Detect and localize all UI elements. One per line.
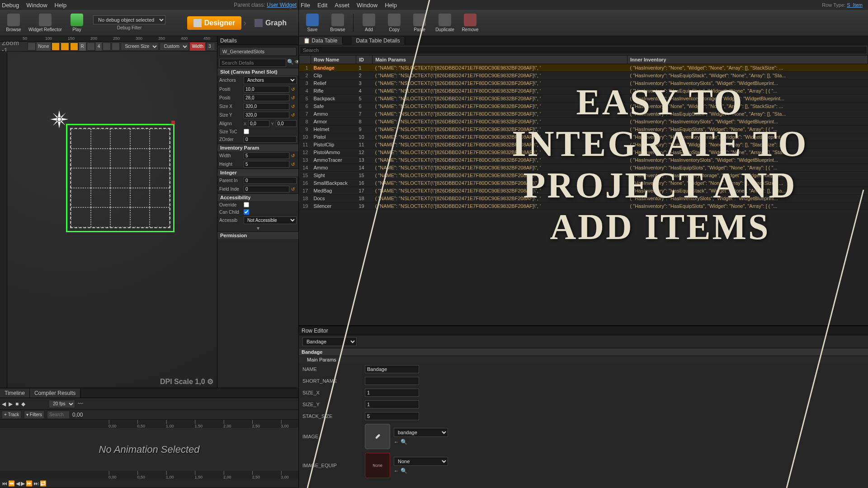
table-row[interactable]: 5Backpack5( "NAME": "NSLOCTEXT(\"[826DBB… — [299, 95, 868, 103]
designer-viewport[interactable]: DPI Scale 1,0 ⚙ — [7, 52, 217, 388]
table-row[interactable]: 19Silencer19( "NAME": "NSLOCTEXT(\"[826D… — [299, 202, 868, 210]
opt-none[interactable]: None — [37, 42, 51, 51]
table-row[interactable]: 17MedBag17( "NAME": "NSLOCTEXT(\"[826DBB… — [299, 187, 868, 195]
opt-btn-4[interactable] — [61, 42, 69, 51]
arrow-icon[interactable]: ← — [394, 468, 399, 474]
table-row[interactable]: 7Ammo7( "NAME": "NSLOCTEXT(\"[826DBBD247… — [299, 110, 868, 118]
fill-select[interactable]: Custom — [160, 42, 189, 51]
row-section-main[interactable]: Main Params — [299, 356, 868, 363]
widget-reflector-button[interactable]: Widget Reflector — [27, 11, 63, 35]
data-table[interactable]: Row Name ID Main Params Inner Inventory … — [299, 55, 868, 325]
menu-edit[interactable]: Edit — [317, 2, 327, 9]
reset-icon[interactable]: ↺ — [291, 187, 297, 192]
screen-size-select[interactable]: Screen Size — [121, 42, 159, 51]
col-row-name[interactable]: Row Name — [311, 56, 356, 64]
table-row[interactable]: 14Ammo14( "NAME": "NSLOCTEXT(\"[826DBBD2… — [299, 164, 868, 172]
details-search[interactable] — [219, 59, 286, 67]
slot-section[interactable]: Slot (Canvas Panel Slot) — [217, 68, 298, 75]
opt-r[interactable]: R — [79, 42, 86, 51]
size-y-input[interactable] — [244, 112, 289, 118]
tab-timeline[interactable]: Timeline — [0, 389, 30, 398]
re-short-input[interactable] — [365, 377, 419, 385]
height-input[interactable] — [244, 161, 289, 168]
menu-help[interactable]: Help — [55, 2, 67, 9]
tl-reverse-icon[interactable]: ◀ — [16, 480, 20, 487]
paste-button[interactable]: Paste — [408, 11, 431, 35]
tab-compiler-results[interactable]: Compiler Results — [30, 389, 80, 398]
tl-key-icon[interactable]: ◆ — [21, 401, 25, 407]
col-id[interactable]: ID — [356, 56, 373, 64]
designer-tab[interactable]: Designer — [187, 16, 241, 30]
tab-data-table-details[interactable]: Data Table Details — [352, 37, 405, 45]
table-row[interactable]: 15Sight15( "NAME": "NSLOCTEXT(\"[826DBBD… — [299, 172, 868, 179]
anchor-handle[interactable] — [171, 121, 175, 124]
tl-play2-icon[interactable]: ▶ — [21, 480, 25, 487]
row-type-link[interactable]: S_Item — [847, 2, 863, 8]
table-row[interactable]: 1Bandage1( "NAME": "NSLOCTEXT(\"[826DBBD… — [299, 64, 868, 72]
play-button[interactable]: Play — [65, 11, 89, 35]
opt-btn-7[interactable] — [103, 42, 111, 51]
curve-icon[interactable]: 〰 — [78, 401, 83, 407]
table-row[interactable]: 10Pistol10( "NAME": "NSLOCTEXT(\"[826DBB… — [299, 133, 868, 141]
position-x-input[interactable] — [244, 86, 289, 93]
size-x-input[interactable] — [244, 103, 289, 110]
reset-icon[interactable]: ↺ — [291, 162, 297, 167]
search-icon[interactable]: 🔍 — [287, 59, 294, 67]
can-children-check[interactable] — [244, 209, 249, 215]
image-thumb[interactable]: 🩹 — [365, 424, 390, 449]
reset-icon[interactable]: ↺ — [291, 153, 297, 159]
tl-loop-icon[interactable]: 🔁 — [40, 480, 47, 487]
anchors-select[interactable]: Anchors — [244, 76, 297, 84]
table-row[interactable]: 4Rifle4( "NAME": "NSLOCTEXT(\"[826DBBD24… — [299, 87, 868, 95]
accessibility-section[interactable]: Accessibility — [217, 193, 298, 201]
field-idx-input[interactable] — [244, 186, 289, 192]
gear-icon[interactable]: ⚙ — [207, 378, 213, 385]
inventory-section[interactable]: Inventory Param — [217, 144, 298, 151]
re-sizey-input[interactable] — [365, 400, 419, 408]
col-main-params[interactable]: Main Params — [373, 56, 627, 64]
opt-btn-6[interactable] — [87, 42, 95, 51]
filters-button[interactable]: ▾ Filters — [24, 411, 44, 419]
menu-help-r[interactable]: Help — [385, 2, 397, 9]
opt-4[interactable]: 4 — [96, 42, 102, 51]
graph-tab[interactable]: Graph — [248, 16, 293, 30]
table-row[interactable]: 18Docs18( "NAME": "NSLOCTEXT(\"[826DBBD2… — [299, 195, 868, 202]
reset-icon[interactable]: ↺ — [291, 87, 297, 92]
re-stack-input[interactable] — [365, 412, 419, 420]
table-row[interactable]: 13AmmoTracer13( "NAME": "NSLOCTEXT(\"[82… — [299, 156, 868, 164]
reset-icon[interactable]: ↺ — [291, 113, 297, 118]
parent-class-link[interactable]: User Widget — [267, 2, 297, 8]
add-button[interactable]: Add — [357, 11, 381, 35]
image-equip-thumb[interactable]: None — [365, 453, 390, 478]
search-icon[interactable]: 🔍 — [401, 468, 407, 474]
timeline-body[interactable]: No Animation Selected — [0, 428, 298, 471]
width-input[interactable] — [244, 152, 289, 159]
widget-breadcrumb[interactable]: W_GeneratedSlots — [219, 47, 297, 56]
tl-goto-start-icon[interactable]: ⏮ — [2, 480, 7, 487]
opt-btn-8[interactable] — [112, 42, 120, 51]
col-inner-inventory[interactable]: Inner Inventory — [627, 56, 868, 64]
copy-button[interactable]: Copy — [382, 11, 406, 35]
opt-btn-3[interactable] — [52, 42, 60, 51]
table-row[interactable]: 6Safe6( "NAME": "NSLOCTEXT(\"[826DBBD247… — [299, 103, 868, 110]
col-index[interactable] — [299, 56, 311, 64]
integer-section[interactable]: Integer — [217, 169, 298, 176]
tl-prev-icon[interactable]: ◀ — [2, 401, 6, 407]
debug-object-select[interactable]: No debug object selected — [93, 15, 165, 24]
reset-icon[interactable]: ↺ — [291, 104, 297, 109]
reset-icon[interactable]: ↺ — [291, 95, 297, 101]
row-select[interactable]: Bandage — [302, 337, 357, 346]
position-y-input[interactable] — [244, 94, 289, 101]
width-input[interactable] — [206, 42, 215, 51]
table-row[interactable]: 2Clip2( "NAME": "NSLOCTEXT(\"[826DBBD247… — [299, 72, 868, 80]
fps-select[interactable]: 20 fps — [49, 400, 75, 408]
align-x-input[interactable] — [248, 120, 269, 127]
permission-section[interactable]: Permission — [217, 231, 298, 239]
tl-play-icon[interactable]: ▶ — [9, 401, 13, 407]
add-track-button[interactable]: + Track — [2, 411, 21, 419]
expand-icon[interactable]: ▾ — [217, 225, 298, 231]
accessible-select[interactable]: Not Accessible — [244, 216, 297, 224]
menu-debug[interactable]: Debug — [2, 2, 19, 9]
tl-stop-icon[interactable]: ■ — [15, 401, 19, 407]
selected-widget[interactable] — [66, 124, 175, 232]
